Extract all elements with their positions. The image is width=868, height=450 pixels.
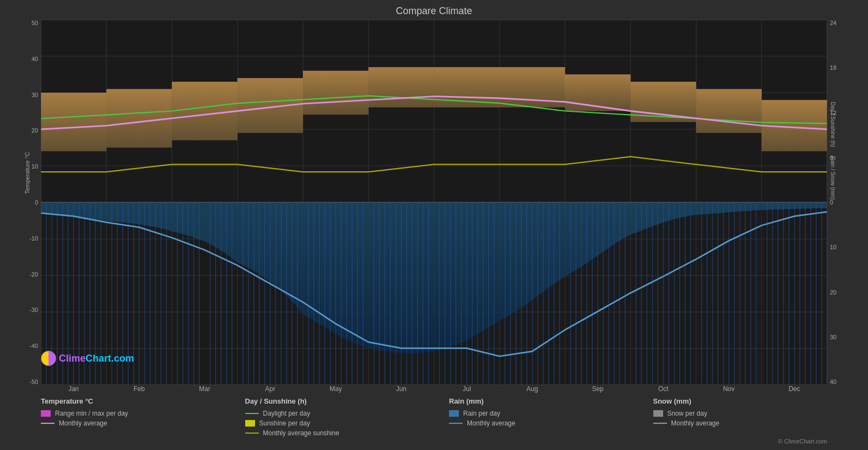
x-label-dec: Dec [762, 385, 827, 393]
y-tick-right-10: 10 [830, 244, 836, 250]
legend-label-temp-avg: Monthly average [59, 419, 107, 427]
legend-item-sunshine-swatch: Sunshine per day [245, 419, 450, 427]
y-tick-n20: -20 [29, 271, 38, 278]
legend-title-snow: Snow (mm) [653, 397, 858, 405]
logo-clime-bottom: Clime [59, 353, 86, 364]
legend-label-daylight: Daylight per day [263, 410, 311, 417]
chart-svg [41, 20, 827, 385]
svg-rect-39 [368, 67, 434, 107]
legend-swatch-rain [449, 410, 459, 417]
legend-item-rain-avg: Monthly average [449, 419, 653, 427]
legend-item-snow-swatch: Snow per day [653, 410, 858, 417]
legend-col-sunshine: Day / Sunshine (h) Daylight per day Suns… [245, 397, 450, 437]
legend-title-temperature: Temperature °C [41, 397, 245, 405]
logo-bottom-left: ClimeChart.com [41, 351, 134, 366]
legend-swatch-temp-range [41, 410, 51, 417]
y-axis-left: Temperature °C 50 40 30 20 10 0 -10 -20 … [11, 20, 41, 385]
legend-label-sunshine: Sunshine per day [259, 419, 310, 427]
legend-label-rain: Rain per day [463, 410, 500, 417]
x-axis-area: Jan Feb Mar Apr May Jun Jul Aug Sep Oct … [41, 385, 827, 393]
svg-rect-42 [565, 75, 630, 111]
svg-rect-35 [106, 89, 172, 147]
legend-label-temp-range: Range min / max per day [55, 410, 128, 417]
logo-text-bottom: ClimeChart.com [59, 353, 134, 364]
y-tick-n30: -30 [29, 307, 38, 313]
y-tick-50: 50 [32, 20, 38, 26]
chart-area: Temperature °C 50 40 30 20 10 0 -10 -20 … [11, 20, 857, 385]
y-tick-right-24: 24 [830, 20, 836, 26]
legend-label-sunshine-avg: Monthly average sunshine [263, 429, 339, 437]
y-axis-right-label: Day / Sunshine (h) Rain / Snow (mm) [830, 97, 836, 206]
legend-line-temp-avg [41, 423, 54, 424]
y-tick-30: 30 [32, 92, 38, 98]
x-label-mar: Mar [172, 385, 238, 393]
y-axis-left-label: Temperature °C [24, 140, 31, 206]
legend-line-daylight [245, 413, 259, 414]
legend-item-daylight: Daylight per day [245, 410, 450, 417]
legend-line-sunshine-avg [245, 433, 259, 434]
svg-rect-44 [696, 89, 762, 133]
y-tick-right-40: 40 [830, 379, 836, 385]
legend-item-sunshine-avg: Monthly average sunshine [245, 429, 450, 437]
x-label-jun: Jun [368, 385, 434, 393]
x-label-oct: Oct [630, 385, 696, 393]
x-label-sep: Sep [565, 385, 630, 393]
y-axis-right: Day / Sunshine (h) Rain / Snow (mm) 24 1… [827, 20, 857, 385]
y-tick-20: 20 [32, 127, 38, 134]
x-label-jul: Jul [434, 385, 500, 393]
y-tick-n10: -10 [29, 235, 38, 242]
legend-area: Temperature °C Range min / max per day M… [41, 393, 857, 437]
chart-main: Kaohsiung Kaohsiung ClimeChart.com [41, 20, 827, 385]
legend-title-sunshine: Day / Sunshine (h) [245, 397, 450, 405]
legend-swatch-sunshine [245, 420, 255, 427]
y-tick-10: 10 [32, 163, 38, 170]
legend-line-rain-avg [449, 423, 463, 424]
legend-label-snow: Snow per day [667, 410, 707, 417]
y-tick-right-20: 20 [830, 289, 836, 296]
y-tick-right-18: 18 [830, 64, 836, 71]
legend-col-temperature: Temperature °C Range min / max per day M… [41, 397, 245, 437]
y-tick-n40: -40 [29, 343, 38, 349]
logo-chart-bottom: Chart.com [86, 353, 134, 364]
x-label-may: May [303, 385, 368, 393]
y-tick-0: 0 [35, 199, 38, 206]
page-container: Compare Climate Temperature °C 50 40 30 … [0, 0, 868, 450]
x-label-nov: Nov [696, 385, 762, 393]
legend-item-temp-avg: Monthly average [41, 419, 245, 427]
legend-swatch-snow [653, 410, 663, 417]
legend-col-rain: Rain (mm) Rain per day Monthly average [449, 397, 653, 437]
svg-rect-36 [172, 82, 238, 140]
y-tick-n50: -50 [29, 379, 38, 385]
legend-label-snow-avg: Monthly average [671, 419, 720, 427]
legend-line-snow-avg [653, 423, 667, 424]
legend-item-rain-swatch: Rain per day [449, 410, 653, 417]
y-tick-right-30: 30 [830, 334, 836, 340]
x-label-aug: Aug [500, 385, 565, 393]
x-label-feb: Feb [106, 385, 172, 393]
svg-rect-34 [41, 93, 106, 151]
legend-col-snow: Snow (mm) Snow per day Monthly average [653, 397, 858, 437]
page-title: Compare Climate [11, 5, 857, 17]
legend-label-rain-avg: Monthly average [467, 419, 515, 427]
legend-item-temp-range: Range min / max per day [41, 410, 245, 417]
svg-rect-38 [303, 71, 368, 115]
x-label-jan: Jan [41, 385, 106, 393]
logo-icon-bottom [41, 351, 56, 366]
legend-item-snow-avg: Monthly average [653, 419, 858, 427]
copyright: © ClimeChart.com [11, 438, 827, 445]
y-tick-40: 40 [32, 56, 38, 62]
x-label-apr: Apr [238, 385, 303, 393]
legend-title-rain: Rain (mm) [449, 397, 653, 405]
